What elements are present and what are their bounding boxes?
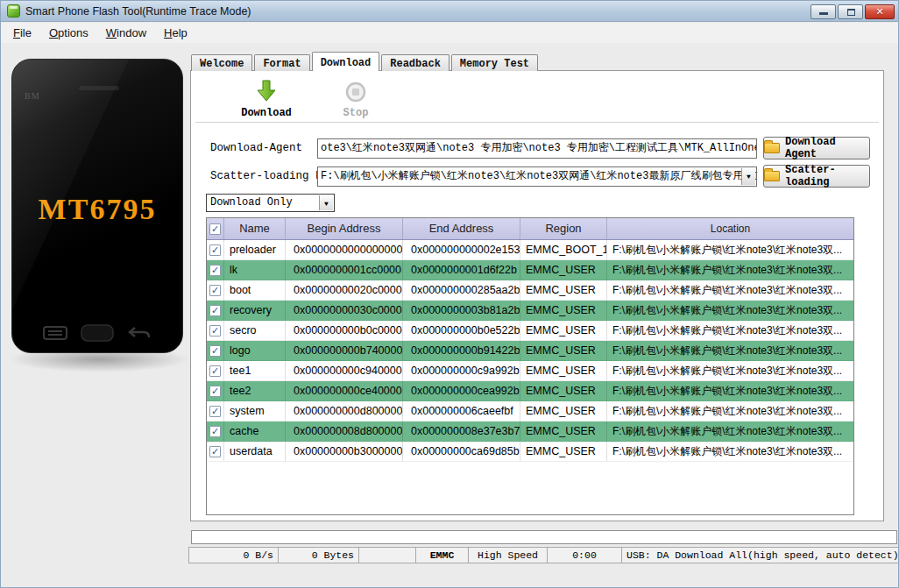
tab-download[interactable]: Download (312, 52, 380, 71)
cell-name: lk (224, 260, 286, 280)
table-row-cache[interactable]: ✓cache0x000000008d8000000x000000008e37e3… (207, 422, 853, 442)
maximize-button[interactable] (838, 4, 863, 19)
cell-begin-address: 0x0000000000000000 (286, 240, 403, 259)
cell-region: EMMC_USER (520, 260, 607, 280)
row-checkbox[interactable]: ✓ (207, 341, 224, 360)
cell-location: F:\刷机包\小米解账户锁\红米note3\红米note3双... (607, 301, 853, 320)
cell-location: F:\刷机包\小米解账户锁\红米note3\红米note3双... (607, 361, 853, 380)
tab-readback[interactable]: Readback (381, 54, 450, 71)
tab-welcome[interactable]: Welcome (191, 54, 252, 71)
table-row-tee1[interactable]: ✓tee10x000000000c9400000x000000000c9a992… (207, 361, 853, 381)
table-header: ✓ Name Begin Address End Address Region … (207, 218, 853, 240)
checkbox-check-icon: ✓ (209, 265, 221, 276)
status-speed: 0 B/s (188, 547, 279, 563)
phone-brand-label: BM (25, 91, 40, 101)
checkbox-check-icon: ✓ (209, 325, 221, 337)
header-location[interactable]: Location (607, 218, 853, 239)
mode-select[interactable]: Download Only ▼ (206, 194, 335, 212)
scatter-button-label: Scatter-loading (785, 164, 869, 188)
download-agent-label: Download-Agent (210, 142, 302, 154)
status-usb-mode: USB: DA Download All(high speed, auto de… (621, 547, 899, 563)
header-begin[interactable]: Begin Address (286, 218, 403, 239)
close-button[interactable]: ✕ (865, 4, 895, 19)
scatter-file-value: F:\刷机包\小米解账户锁\红米note3\红米note3双网通\红米note3… (321, 170, 757, 182)
menu-item-options[interactable]: Options (40, 24, 97, 42)
minimize-button[interactable] (811, 4, 836, 19)
download-agent-button[interactable]: Download Agent (763, 137, 870, 159)
row-checkbox[interactable]: ✓ (207, 381, 224, 400)
minimize-icon (819, 12, 828, 15)
download-agent-button-label: Download Agent (785, 136, 869, 160)
cell-end-address: 0x000000000002e153 (403, 240, 520, 259)
cell-name: system (224, 401, 286, 421)
table-row-system[interactable]: ✓system0x000000000d8000000x000000006caee… (207, 401, 853, 422)
chevron-down-icon[interactable]: ▼ (741, 168, 755, 185)
row-checkbox[interactable]: ✓ (207, 442, 224, 461)
table-row-recovery[interactable]: ✓recovery0x00000000030c00000x0000000003b… (207, 301, 853, 321)
row-checkbox[interactable]: ✓ (207, 401, 224, 421)
cell-region: EMMC_USER (520, 422, 607, 441)
menu-item-help[interactable]: Help (155, 24, 196, 42)
cell-name: secro (224, 321, 286, 340)
window-title-bar: Smart Phone Flash Tool(Runtime Trace Mod… (1, 1, 899, 22)
checkbox-check-icon: ✓ (209, 446, 221, 457)
table-row-lk[interactable]: ✓lk0x0000000001cc00000x0000000001d6f22bE… (207, 260, 853, 280)
cell-begin-address: 0x0000000001cc0000 (286, 260, 403, 280)
table-row-secro[interactable]: ✓secro0x000000000b0c00000x000000000b0e52… (207, 321, 853, 341)
app-icon (7, 4, 20, 18)
header-end[interactable]: End Address (403, 218, 520, 239)
scatter-loading-button[interactable]: Scatter-loading (763, 165, 870, 188)
cell-location: F:\刷机包\小米解账户锁\红米note3\红米note3双... (607, 240, 853, 259)
table-row-logo[interactable]: ✓logo0x000000000b7400000x000000000b91422… (207, 341, 853, 361)
stop-button[interactable]: Stop (312, 81, 400, 119)
menu-item-window[interactable]: Window (97, 24, 155, 42)
maximize-icon (847, 9, 855, 16)
status-speed-mode: High Speed (468, 547, 548, 563)
cell-region: EMMC_USER (520, 301, 607, 320)
cell-end-address: 0x000000008e37e3b7 (403, 422, 520, 441)
table-row-boot[interactable]: ✓boot0x00000000020c00000x000000000285aa2… (207, 280, 853, 301)
download-button[interactable]: Download (223, 80, 310, 119)
row-checkbox[interactable]: ✓ (207, 301, 224, 320)
table-row-userdata[interactable]: ✓userdata0x00000000b30000000x00000000ca6… (207, 442, 853, 462)
chipset-label: MT6795 (12, 193, 182, 226)
status-bar: 0 B/s 0 Bytes EMMC High Speed 0:00 USB: … (189, 547, 899, 563)
row-checkbox[interactable]: ✓ (207, 422, 224, 441)
partition-table: ✓ Name Begin Address End Address Region … (206, 217, 854, 515)
status-storage-type: EMMC (415, 547, 469, 563)
cell-region: EMMC_USER (520, 401, 607, 421)
cell-end-address: 0x0000000001d6f22b (403, 260, 520, 280)
header-name[interactable]: Name (224, 218, 286, 239)
row-checkbox[interactable]: ✓ (207, 361, 224, 380)
row-checkbox[interactable]: ✓ (207, 321, 224, 340)
cell-begin-address: 0x00000000030c0000 (286, 301, 403, 320)
tab-strip: WelcomeFormatDownloadReadbackMemory Test (191, 52, 540, 71)
row-checkbox[interactable]: ✓ (207, 280, 224, 300)
phone-menu-icon (42, 324, 68, 342)
row-checkbox[interactable]: ✓ (207, 240, 224, 259)
folder-icon (764, 143, 780, 153)
table-row-tee2[interactable]: ✓tee20x000000000ce400000x000000000cea992… (207, 381, 853, 401)
cell-end-address: 0x000000000cea992b (403, 381, 520, 400)
phone-image: BM MT6795 (10, 57, 188, 369)
cell-name: logo (224, 341, 286, 360)
download-agent-input[interactable]: ote3\红米note3双网通\note3 专用加密\note3 专用加密\工程… (317, 138, 757, 159)
checkbox-check-icon: ✓ (209, 244, 221, 256)
header-region[interactable]: Region (520, 218, 607, 239)
row-checkbox[interactable]: ✓ (207, 260, 224, 280)
cell-end-address: 0x000000000b0e522b (403, 321, 520, 340)
select-all-checkbox[interactable]: ✓ (207, 218, 224, 239)
tab-format[interactable]: Format (254, 54, 309, 71)
table-row-preloader[interactable]: ✓preloader0x00000000000000000x0000000000… (207, 240, 853, 260)
menu-item-file[interactable]: File (4, 24, 40, 42)
tab-memory-test[interactable]: Memory Test (451, 54, 538, 71)
scatter-file-select[interactable]: F:\刷机包\小米解账户锁\红米note3\红米note3双网通\红米note3… (317, 166, 757, 187)
checkbox-check-icon: ✓ (209, 345, 221, 357)
checkbox-check-icon: ✓ (209, 223, 221, 235)
cell-begin-address: 0x000000000c940000 (286, 361, 403, 380)
cell-name: boot (224, 280, 286, 300)
cell-location: F:\刷机包\小米解账户锁\红米note3\红米note3双... (607, 422, 853, 441)
chevron-down-icon[interactable]: ▼ (319, 195, 333, 210)
cell-begin-address: 0x00000000020c0000 (286, 280, 403, 300)
stop-button-label: Stop (312, 107, 400, 119)
